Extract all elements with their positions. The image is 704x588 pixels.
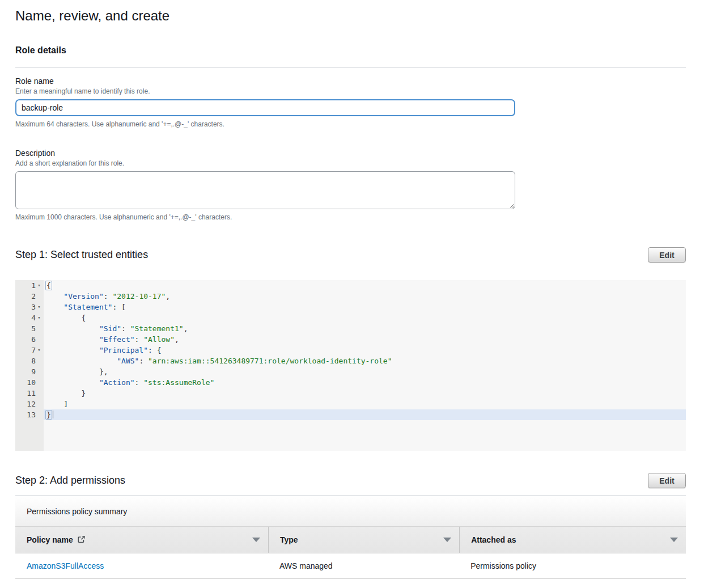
editor-line-number: 13 [15,409,44,420]
column-label-type: Type [280,535,298,544]
permissions-panel: Permissions policy summary Policy name [15,496,686,579]
editor-line-number: 4▾ [15,312,44,323]
editor-code-line[interactable]: } [44,409,686,420]
step1-header-row: Step 1: Select trusted entities Edit [15,247,686,263]
panel-title: Permissions policy summary [27,507,127,516]
policy-editor[interactable]: 1▾23▾4▾567▾8910111213 { "Version": "2012… [15,280,686,451]
step1-edit-button[interactable]: Edit [648,247,686,263]
editor-gutter: 1▾23▾4▾567▾8910111213 [15,280,44,451]
editor-line-number: 8 [15,356,44,366]
editor-code-line[interactable]: }, [44,366,686,377]
panel-header: Permissions policy summary [15,496,686,527]
role-name-input[interactable] [15,99,515,116]
fold-arrow-icon[interactable]: ▾ [36,312,43,323]
editor-line-number: 12 [15,399,44,409]
editor-code-line[interactable]: "Principal": { [44,345,686,356]
column-header-attached-as: Attached as [459,527,686,553]
policy-type-cell: AWS managed [268,561,459,570]
fold-arrow-icon[interactable]: ▾ [36,345,43,356]
divider [15,67,686,67]
editor-line-number: 11 [15,388,44,399]
sort-icon-type[interactable] [443,538,451,542]
main-content: Name, review, and create Role details Ro… [0,0,704,579]
fold-arrow-icon[interactable]: ▾ [36,302,43,312]
column-label-policy-name: Policy name [27,535,73,544]
editor-code-line[interactable]: ] [44,399,686,409]
text-cursor [53,411,53,418]
editor-line-number: 5 [15,323,44,334]
column-header-policy-name: Policy name [15,527,268,553]
step2-header-row: Step 2: Add permissions Edit [15,473,686,488]
sort-icon-attached-as[interactable] [670,538,678,542]
editor-code-line[interactable]: { [44,280,686,291]
editor-line-number: 6 [15,334,44,345]
editor-code-line[interactable]: { [44,312,686,323]
editor-code-line[interactable]: "Version": "2012-10-17", [44,291,686,302]
external-link-icon [77,535,86,545]
step2-edit-button[interactable]: Edit [648,473,686,488]
step2-heading: Step 2: Add permissions [15,475,125,487]
editor-line-number: 10 [15,377,44,388]
page-title: Name, review, and create [15,8,686,24]
editor-code-line[interactable]: "Statement": [ [44,302,686,312]
policy-attached-as-cell: Permissions policy [459,561,686,570]
description-constraint: Maximum 1000 characters. Use alphanumeri… [15,213,686,221]
role-name-constraint: Maximum 64 characters. Use alphanumeric … [15,120,686,128]
editor-line-number: 9 [15,366,44,377]
editor-code-line[interactable]: } [44,388,686,399]
editor-code[interactable]: { "Version": "2012-10-17", "Statement": … [44,280,686,451]
policy-table-body: AmazonS3FullAccessAWS managedPermissions… [15,553,686,579]
editor-code-line[interactable]: "Action": "sts:AssumeRole" [44,377,686,388]
column-label-attached-as: Attached as [471,535,516,544]
description-hint: Add a short explanation for this role. [15,159,686,167]
editor-line-number: 1▾ [15,280,44,291]
editor-code-line[interactable]: "Sid": "Statement1", [44,323,686,334]
editor-line-number: 7▾ [15,345,44,356]
table-row: AmazonS3FullAccessAWS managedPermissions… [15,553,686,579]
description-label: Description [15,149,686,158]
editor-code-line[interactable]: "Effect": "Allow", [44,334,686,345]
role-name-hint: Enter a meaningful name to identify this… [15,87,686,95]
editor-line-number: 2 [15,291,44,302]
step1-heading: Step 1: Select trusted entities [15,249,148,261]
role-name-label: Role name [15,77,686,86]
policy-table-header: Policy name Type Attached as [15,527,686,553]
description-input[interactable] [15,171,515,209]
policy-name-link[interactable]: AmazonS3FullAccess [27,561,104,570]
editor-code-line[interactable]: "AWS": "arn:aws:iam::541263489771:role/w… [44,356,686,366]
editor-line-number: 3▾ [15,302,44,312]
sort-icon-policy-name[interactable] [252,538,260,542]
role-details-heading: Role details [15,45,686,56]
fold-arrow-icon[interactable]: ▾ [36,280,43,291]
column-header-type: Type [268,527,459,553]
